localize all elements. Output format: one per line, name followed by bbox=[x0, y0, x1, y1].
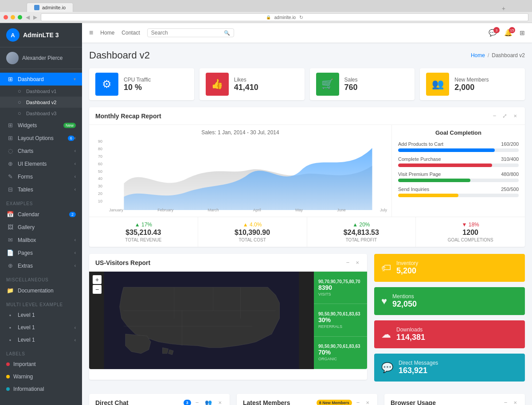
close-us-button[interactable]: × bbox=[354, 258, 361, 267]
page-header: Dashboard v2 Home / Dashboard v2 bbox=[89, 50, 525, 61]
sidebar-item-calendar[interactable]: 📅 Calendar 2 bbox=[0, 208, 82, 221]
nav-label-layout: Layout Options bbox=[18, 135, 66, 141]
browser-chrome: adminlte.io + ◀ ▶ 🔒 adminlte.io ↻ bbox=[0, 0, 532, 23]
members-icon: 👥 bbox=[426, 73, 449, 96]
nav-label-ui: UI Elements bbox=[18, 161, 74, 167]
sidebar-item-warning[interactable]: Warning bbox=[0, 370, 82, 383]
browser-tab[interactable]: adminlte.io bbox=[27, 3, 73, 12]
close-btn[interactable] bbox=[4, 15, 8, 19]
sidebar-item-docs[interactable]: 📁 Documentation bbox=[0, 284, 82, 297]
sidebar-item-dashboard-v2[interactable]: ○ Dashboard v2 bbox=[0, 97, 82, 108]
minimize-us-button[interactable]: − bbox=[344, 258, 352, 267]
sidebar-item-informational[interactable]: Informational bbox=[0, 383, 82, 395]
misc-section-label: MISCELLANEOUS bbox=[0, 274, 82, 284]
sidebar-item-dashboard-v1[interactable]: ○ Dashboard v1 bbox=[0, 86, 82, 97]
zoom-in-button[interactable]: + bbox=[93, 275, 102, 284]
downloads-box: ☁ Downloads 114,381 bbox=[374, 320, 525, 348]
close-card-button[interactable]: × bbox=[512, 112, 519, 120]
apps-button[interactable]: ⊞ bbox=[520, 29, 525, 36]
downloads-icon: ☁ bbox=[381, 329, 391, 340]
visits-numbers: 90,70,90,70,75,80,70 bbox=[318, 279, 363, 284]
home-link[interactable]: Home bbox=[100, 30, 114, 36]
back-icon[interactable]: ◀ bbox=[26, 14, 30, 20]
alerts-button[interactable]: 🔔 15 bbox=[504, 29, 512, 37]
search-input[interactable] bbox=[151, 30, 222, 36]
contacts-chat-button[interactable]: 👥 bbox=[203, 398, 214, 405]
sidebar-item-dashboard[interactable]: ⊞ Dashboard ▾ bbox=[0, 73, 82, 86]
breadcrumb-home[interactable]: Home bbox=[471, 52, 485, 58]
visitors-section: US-Visitors Report − × + − bbox=[89, 254, 525, 387]
contact-link[interactable]: Contact bbox=[121, 30, 140, 36]
goal-completion: Goal Completion Add Products to Cart 160… bbox=[392, 125, 525, 217]
minimize-chat-button[interactable]: − bbox=[194, 398, 201, 405]
circle-l1c: ● bbox=[6, 338, 14, 342]
referrals-count: 30% bbox=[318, 316, 363, 323]
downloads-label: Downloads bbox=[396, 327, 425, 333]
sidebar-item-charts[interactable]: ◌ Charts ‹ bbox=[0, 144, 82, 157]
sidebar-item-level1b[interactable]: ● Level 1 ‹ bbox=[0, 321, 82, 334]
sidebar-item-extras[interactable]: ⊕ Extras ‹ bbox=[0, 259, 82, 272]
sidebar-item-widgets[interactable]: ⊞ Widgets New bbox=[0, 119, 82, 132]
expand-card-button[interactable]: ⤢ bbox=[501, 112, 509, 120]
gallery-icon: 🖼 bbox=[6, 224, 14, 230]
close-chat-button[interactable]: × bbox=[216, 398, 223, 405]
dashboard-icon: ⊞ bbox=[6, 76, 14, 82]
chevron-right-forms: ‹ bbox=[74, 174, 76, 179]
sidebar-item-mailbox[interactable]: ✉ Mailbox ‹ bbox=[0, 234, 82, 246]
close-members-button[interactable]: × bbox=[364, 398, 371, 405]
new-tab-button[interactable]: + bbox=[502, 5, 505, 12]
url-bar[interactable]: 🔒 adminlte.io ↻ bbox=[41, 13, 528, 21]
sidebar-item-level1c[interactable]: ● Level 1 ‹ bbox=[0, 334, 82, 346]
members-content: New Members 2,000 bbox=[454, 77, 489, 92]
minimize-btn[interactable] bbox=[11, 15, 15, 19]
chevron-right-ui: ‹ bbox=[74, 161, 76, 166]
app-wrapper: A AdminLTE 3 Alexander Pierce ⊞ Dashboar… bbox=[0, 23, 532, 405]
minimize-members-button[interactable]: − bbox=[355, 398, 362, 405]
minimize-card-button[interactable]: − bbox=[491, 112, 498, 120]
visits-label: VISITS bbox=[318, 292, 363, 296]
stat-profit: ▲ 20% $24,813.53 TOTAL PROFIT bbox=[307, 217, 416, 247]
sidebar-item-dashboard-v3[interactable]: ○ Dashboard v3 bbox=[0, 108, 82, 119]
members-card-tools: 8 New Members − × bbox=[317, 398, 371, 405]
x-feb: February bbox=[157, 208, 173, 212]
browser-card-tools: − × bbox=[502, 398, 519, 405]
goal-value-0: 160/200 bbox=[501, 141, 519, 147]
maximize-btn[interactable] bbox=[18, 15, 22, 19]
alerts-badge: 15 bbox=[509, 27, 515, 33]
sidebar-item-level1a[interactable]: ● Level 1 bbox=[0, 309, 82, 321]
forward-icon[interactable]: ▶ bbox=[33, 14, 37, 20]
nav-label-forms: Forms bbox=[18, 174, 74, 180]
direct-chat-title: Direct Chat bbox=[95, 399, 129, 405]
close-browser-button[interactable]: × bbox=[512, 398, 519, 405]
zoom-out-button[interactable]: − bbox=[93, 285, 102, 294]
messages-button[interactable]: 💬 3 bbox=[489, 29, 497, 37]
warning-dot bbox=[6, 375, 10, 378]
direct-messages-value: 163,921 bbox=[399, 366, 438, 375]
stat-cost: ▲ 4.0% $10,390.90 TOTAL COST bbox=[198, 217, 307, 247]
brand-name: AdminLTE 3 bbox=[23, 31, 59, 39]
small-boxes: 🏷 Inventory 5,200 ♥ Mentions 92,050 bbox=[374, 254, 525, 387]
refresh-icon[interactable]: ↻ bbox=[299, 15, 303, 20]
sidebar-item-tables[interactable]: ⊟ Tables ‹ bbox=[0, 183, 82, 196]
sidebar-item-important[interactable]: Important bbox=[0, 358, 82, 370]
nav-toggle-button[interactable]: ≡ bbox=[89, 29, 93, 37]
chevron-right-charts: ‹ bbox=[74, 148, 76, 153]
goal-label-0: Add Products to Cart bbox=[398, 141, 443, 147]
progress-bar-3 bbox=[398, 194, 519, 197]
sidebar-item-gallery[interactable]: 🖼 Gallery bbox=[0, 221, 82, 234]
chevron-right-extras: ‹ bbox=[74, 263, 76, 268]
circle-icon-v2: ○ bbox=[18, 99, 21, 105]
sidebar-item-pages[interactable]: 📄 Pages ‹ bbox=[0, 246, 82, 259]
goals-change: ▼ 18% bbox=[420, 222, 520, 228]
sidebar-item-layout[interactable]: ⊞ Layout Options 6 ‹ bbox=[0, 132, 82, 144]
mentions-value: 92,050 bbox=[392, 300, 417, 309]
goal-label-2: Visit Premium Page bbox=[398, 171, 441, 177]
x-jan: January bbox=[109, 208, 123, 212]
sidebar-item-ui[interactable]: ⊕ UI Elements ‹ bbox=[0, 157, 82, 170]
info-boxes: ⚙ CPU Traffic 10 % 👍 Likes 41,410 🛒 bbox=[89, 68, 525, 100]
minimize-browser-button[interactable]: − bbox=[502, 398, 509, 405]
x-may: May bbox=[295, 208, 303, 212]
sidebar-item-forms[interactable]: ✎ Forms ‹ bbox=[0, 170, 82, 183]
nav-label-docs: Documentation bbox=[18, 288, 76, 294]
direct-messages-box: 💬 Direct Messages 163,921 bbox=[374, 354, 525, 382]
